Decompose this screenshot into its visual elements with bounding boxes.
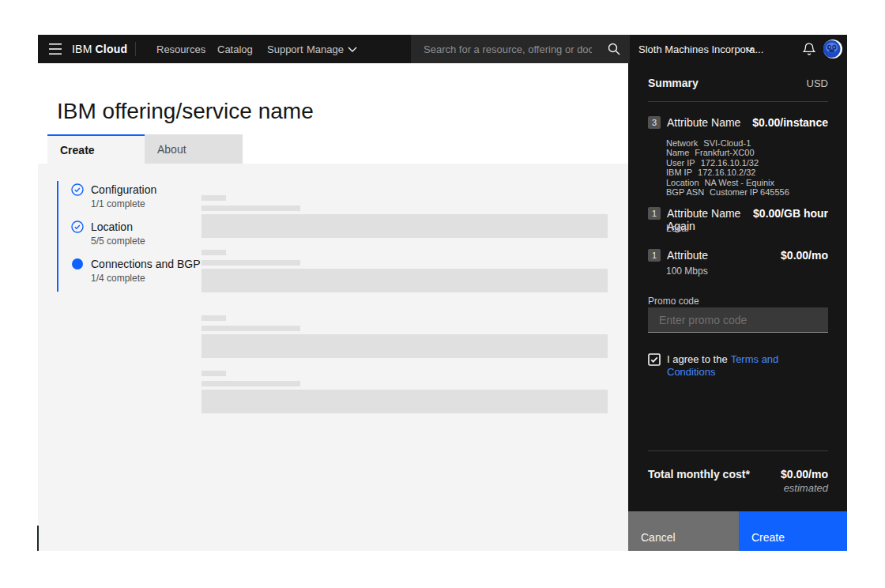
summary-divider <box>648 101 828 102</box>
nav-item-resources[interactable]: Resources <box>156 35 205 63</box>
form-skeleton-group <box>201 315 608 321</box>
detail-label: BGP ASN <box>666 187 704 197</box>
detail-value: 172.16.10.1/32 <box>701 158 759 168</box>
skeleton-label <box>201 315 226 321</box>
skeleton-field <box>201 269 608 292</box>
total-divider <box>648 450 828 451</box>
notifications-button[interactable] <box>798 35 820 63</box>
terms-text: I agree to theTerms and Conditions <box>667 353 828 379</box>
detail-label: User IP <box>666 158 695 168</box>
top-navbar: IBM Cloud Resources Catalog Support Mana… <box>38 35 847 63</box>
step-label: Configuration <box>91 183 156 196</box>
quantity-badge: 1 <box>648 249 661 262</box>
detail-value: 172.16.10.2/32 <box>698 168 755 177</box>
skeleton-field <box>201 390 608 413</box>
tab-bar: Create About <box>47 134 243 164</box>
currency-label: USD <box>807 77 828 89</box>
step-status: 5/5 complete <box>91 236 145 247</box>
detail-label: Location <box>666 178 699 187</box>
summary-item-label: Attribute Name <box>667 116 740 129</box>
detail-value: NA West - Equinix <box>705 178 774 187</box>
promo-code-input[interactable] <box>648 307 828 333</box>
skeleton-helper <box>201 326 300 331</box>
search-icon <box>608 43 620 55</box>
summary-item-details: NetworkSVI-Cloud-1 NameFrankfurt-XC00 Us… <box>666 138 828 197</box>
summary-item-attribute-name: 3 Attribute Name $0.00/instance <box>648 116 828 129</box>
summary-item-price: $0.00/mo <box>781 249 828 262</box>
total-label: Total monthly cost* <box>648 468 750 481</box>
main-panel: IBM offering/service name Create About C… <box>38 63 628 551</box>
step-status: 1/1 complete <box>91 198 156 209</box>
sloth-avatar-icon <box>823 40 842 58</box>
nav-item-catalog[interactable]: Catalog <box>217 35 253 63</box>
hamburger-icon <box>49 43 62 55</box>
skeleton-helper <box>201 260 300 266</box>
terms-row: I agree to theTerms and Conditions <box>648 353 828 379</box>
sidebar-footer: Cancel Create <box>628 511 847 551</box>
bell-icon <box>803 43 815 56</box>
skeleton-field <box>201 214 608 238</box>
hamburger-menu-button[interactable] <box>43 35 68 63</box>
navbar-divider <box>135 42 136 56</box>
summary-item-sublabel: Local <box>666 223 828 234</box>
summary-item-sublabel: 100 Mbps <box>666 266 828 277</box>
skeleton-helper <box>201 205 300 211</box>
form-skeleton-group <box>201 195 608 201</box>
create-form-area: Configuration 1/1 complete Location 5/5 … <box>38 164 628 551</box>
header-search <box>411 35 630 63</box>
detail-value: Frankfurt-XC00 <box>695 148 754 157</box>
estimated-note: estimated <box>648 482 828 494</box>
step-connections-and-bgp[interactable]: Connections and BGP 1/4 complete <box>71 258 201 284</box>
form-skeleton-group <box>201 250 608 255</box>
page-title: IBM offering/service name <box>57 99 314 124</box>
account-chevron-down-icon[interactable] <box>745 35 754 63</box>
step-status: 1/4 complete <box>91 273 201 284</box>
app-window: IBM Cloud Resources Catalog Support Mana… <box>38 35 847 551</box>
skeleton-label <box>201 371 226 376</box>
detail-label: IBM IP <box>666 168 692 177</box>
search-button[interactable] <box>598 35 630 63</box>
ibm-cloud-logo[interactable]: IBM Cloud <box>72 35 127 63</box>
skeleton-helper <box>201 381 300 386</box>
step-label: Connections and BGP <box>91 258 201 270</box>
nav-item-manage[interactable]: Manage <box>307 35 344 63</box>
cancel-button[interactable]: Cancel <box>628 511 739 551</box>
skeleton-field <box>201 334 608 358</box>
step-label: Location <box>91 220 145 233</box>
step-location[interactable]: Location 5/5 complete <box>71 220 201 247</box>
total-value: $0.00/mo <box>781 468 828 481</box>
step-configuration[interactable]: Configuration 1/1 complete <box>71 183 201 209</box>
quantity-badge: 1 <box>648 207 661 220</box>
skeleton-label <box>201 195 226 201</box>
terms-checkbox[interactable] <box>648 353 661 366</box>
summary-item-price: $0.00/GB hour <box>753 207 828 220</box>
summary-item-label: Attribute <box>667 249 708 262</box>
form-skeleton-group <box>201 371 608 376</box>
skeleton-label <box>201 250 226 255</box>
step-complete-icon <box>71 220 84 233</box>
create-button[interactable]: Create <box>739 511 847 551</box>
step-current-icon <box>71 258 84 270</box>
tab-about[interactable]: About <box>145 134 243 164</box>
summary-title: Summary <box>648 77 699 89</box>
progress-stepper: Configuration 1/1 complete Location 5/5 … <box>57 181 201 292</box>
search-input[interactable] <box>411 43 598 55</box>
quantity-badge: 3 <box>648 116 661 129</box>
detail-label: Name <box>666 148 689 157</box>
user-avatar[interactable] <box>823 35 842 63</box>
nav-item-support[interactable]: Support <box>267 35 303 63</box>
detail-value: Customer IP 645556 <box>710 187 789 197</box>
chevron-down-icon[interactable] <box>348 35 357 63</box>
detail-value: SVI-Cloud-1 <box>703 138 751 148</box>
tab-create[interactable]: Create <box>47 134 145 164</box>
brand-prefix: IBM <box>72 43 92 55</box>
total-row: Total monthly cost* $0.00/mo <box>648 468 828 481</box>
summary-sidebar: Summary USD 3 Attribute Name $0.00/insta… <box>628 63 847 551</box>
step-complete-icon <box>71 183 84 196</box>
summary-item-price: $0.00/instance <box>752 116 828 129</box>
detail-label: Network <box>666 138 698 148</box>
brand-suffix: Cloud <box>96 43 128 55</box>
left-edge-strip <box>37 526 39 551</box>
promo-code-label: Promo code <box>648 296 828 307</box>
summary-item-attribute: 1 Attribute $0.00/mo <box>648 249 828 262</box>
